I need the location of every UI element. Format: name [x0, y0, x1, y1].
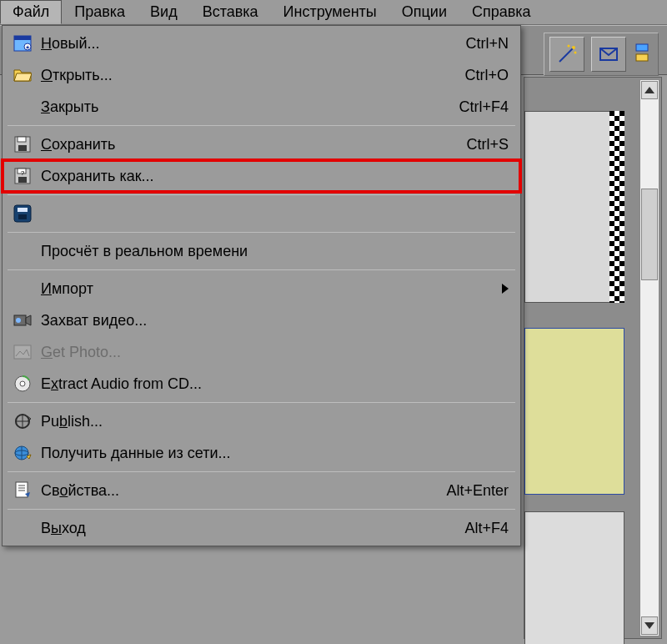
wand-icon — [556, 43, 578, 65]
menu-label: Просчёт в реальном времени — [41, 243, 509, 260]
menubar: Файл Правка Вид Вставка Инструменты Опци… — [0, 0, 667, 25]
svg-line-0 — [559, 48, 573, 62]
menubar-item-help[interactable]: Справка — [459, 0, 544, 24]
envelope-icon — [598, 43, 619, 65]
no-icon — [9, 95, 36, 118]
svg-point-3 — [574, 52, 577, 54]
chevron-down-icon — [644, 622, 654, 629]
cd-icon — [9, 372, 36, 395]
file-menu-dropdown: ★ Новый... Ctrl+N Открыть... Ctrl+O Закр… — [2, 25, 521, 546]
svg-rect-6 — [636, 54, 648, 61]
svg-text:★: ★ — [25, 44, 30, 50]
menu-shortcut: Ctrl+N — [465, 35, 509, 53]
menu-item-realtime-render[interactable]: Просчёт в реальном времени — [3, 235, 520, 267]
menu-separator — [8, 232, 515, 233]
menu-item-close[interactable]: Закрыть Ctrl+F4 — [3, 91, 520, 123]
menu-separator — [8, 269, 515, 270]
menu-item-properties[interactable]: Свойства... Alt+Enter — [3, 475, 520, 506]
menu-label: Get Photo... — [41, 344, 509, 361]
menubar-item-file[interactable]: Файл — [0, 0, 62, 24]
svg-rect-13 — [18, 145, 27, 151]
menubar-item-options[interactable]: Опции — [389, 0, 459, 24]
publish-icon — [9, 410, 36, 433]
menu-item-get-photo: Get Photo... — [3, 336, 520, 368]
svg-rect-33 — [16, 482, 28, 497]
menu-item-save-as[interactable]: ? Сохранить как... — [3, 160, 520, 192]
menubar-label: Правка — [74, 3, 125, 21]
menubar-label: Файл — [13, 3, 49, 21]
no-icon — [9, 239, 36, 263]
manager-tool-button[interactable] — [633, 37, 653, 72]
wand-tool-button[interactable] — [549, 37, 584, 72]
scroll-up-button[interactable] — [641, 81, 658, 99]
no-icon — [9, 516, 36, 540]
menu-label: Открыть... — [41, 67, 464, 84]
svg-point-23 — [16, 318, 21, 323]
svg-rect-8 — [14, 36, 31, 40]
svg-text:?: ? — [21, 169, 25, 177]
svg-point-26 — [20, 381, 25, 386]
menu-item-get-from-net[interactable]: Получить данные из сети... — [3, 437, 520, 469]
toolbar-group — [544, 33, 659, 76]
menu-label: Новый... — [41, 35, 465, 53]
menu-shortcut: Ctrl+S — [466, 136, 509, 153]
menu-label: Publish... — [41, 413, 509, 430]
menu-item-exit[interactable]: Выход Alt+F4 — [3, 512, 520, 544]
menu-label: Сохранить как... — [41, 168, 509, 185]
submenu-arrow-icon — [502, 284, 509, 294]
thumbnail-2[interactable] — [524, 328, 624, 495]
menu-item-compact-save[interactable] — [3, 198, 520, 229]
menu-label: Закрыть — [41, 98, 459, 116]
menu-shortcut: Ctrl+O — [464, 67, 509, 84]
svg-rect-12 — [18, 137, 26, 142]
menu-item-publish[interactable]: Publish... — [3, 405, 520, 437]
menu-item-save[interactable]: Сохранить Ctrl+S — [3, 128, 520, 160]
menu-item-capture-video[interactable]: Захват видео... — [3, 304, 520, 336]
menu-item-import[interactable]: Импорт — [3, 273, 520, 304]
menu-separator — [8, 402, 515, 403]
menubar-item-edit[interactable]: Правка — [62, 0, 138, 24]
menu-shortcut: Ctrl+F4 — [459, 98, 509, 116]
scroll-down-button[interactable] — [641, 616, 658, 635]
svg-rect-19 — [18, 208, 28, 212]
menu-item-new[interactable]: ★ Новый... Ctrl+N — [3, 28, 520, 59]
menubar-label: Опции — [402, 3, 447, 21]
net-icon — [9, 441, 36, 465]
thumbnail-1[interactable] — [524, 111, 624, 303]
scrollbar-vertical[interactable] — [639, 79, 659, 636]
menu-separator — [8, 125, 515, 126]
menu-label: Выход — [41, 520, 464, 537]
menubar-label: Вставка — [203, 3, 258, 21]
no-icon — [9, 277, 36, 300]
capture-icon — [9, 309, 36, 332]
menu-separator — [8, 509, 515, 510]
thumbnail-3[interactable] — [524, 511, 624, 644]
menubar-item-insert[interactable]: Вставка — [190, 0, 271, 24]
svg-point-2 — [568, 45, 570, 48]
chevron-up-icon — [644, 87, 654, 93]
svg-rect-20 — [18, 214, 27, 219]
menu-shortcut: Alt+F4 — [464, 520, 509, 537]
menu-item-extract-audio[interactable]: Extract Audio from CD... — [3, 368, 520, 400]
menu-label: Захват видео... — [41, 312, 509, 330]
menu-separator — [8, 471, 515, 472]
new-window-icon: ★ — [9, 32, 36, 55]
side-panel — [524, 77, 662, 639]
menu-item-open[interactable]: Открыть... Ctrl+O — [3, 59, 520, 91]
scroll-thumb[interactable] — [641, 189, 658, 280]
menu-separator — [8, 194, 515, 195]
svg-rect-24 — [14, 345, 31, 359]
svg-rect-5 — [636, 44, 648, 51]
floppy-prompt-icon: ? — [9, 164, 36, 188]
menubar-label: Вид — [150, 3, 178, 21]
properties-icon — [9, 479, 36, 502]
svg-rect-16 — [18, 177, 27, 183]
stack-icon — [634, 43, 651, 66]
menubar-item-tools[interactable]: Инструменты — [271, 0, 389, 24]
menu-label: Получить данные из сети... — [41, 445, 509, 462]
menubar-item-view[interactable]: Вид — [138, 0, 190, 24]
envelope-tool-button[interactable] — [591, 37, 626, 72]
folder-open-icon — [9, 63, 36, 87]
menu-shortcut: Alt+Enter — [446, 482, 509, 500]
menu-label: Свойства... — [41, 482, 446, 500]
